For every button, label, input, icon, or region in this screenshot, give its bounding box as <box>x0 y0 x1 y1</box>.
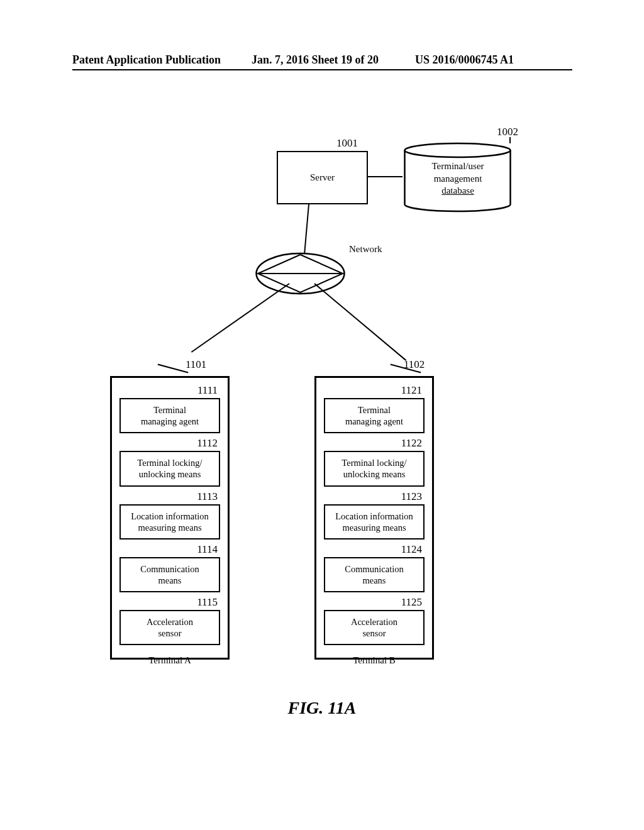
location-measuring-means-box: Location information measuring means <box>119 504 220 540</box>
header-date-sheet: Jan. 7, 2016 Sheet 19 of 20 <box>252 53 379 67</box>
svg-point-0 <box>405 143 511 157</box>
db-line2: management <box>434 174 482 184</box>
component-ref: 1114 <box>119 543 220 556</box>
server-reference-number: 1001 <box>336 137 358 150</box>
terminal-a-box: 1111 Terminal managing agent 1112 Termin… <box>110 376 230 660</box>
connector-network-terminal-b <box>314 283 406 361</box>
component-ref: 1123 <box>324 490 425 503</box>
header-publication-number: US 2016/0006745 A1 <box>415 53 514 67</box>
communication-means-box: Communication means <box>324 557 425 592</box>
connector-network-terminal-a <box>191 283 290 353</box>
db-line1: Terminal/user <box>431 161 484 171</box>
terminal-locking-means-box: Terminal locking/ unlocking means <box>119 451 220 486</box>
component-ref: 1111 <box>119 384 220 397</box>
communication-means-box: Communication means <box>119 557 220 592</box>
component-ref: 1113 <box>119 490 220 503</box>
component-ref: 1124 <box>324 543 425 556</box>
terminal-a-label: Terminal A <box>110 655 230 666</box>
acceleration-sensor-box: Acceleration sensor <box>324 610 425 645</box>
connector-server-database <box>368 176 402 177</box>
database-reference-number: 1002 <box>497 126 518 138</box>
component-ref: 1121 <box>324 384 425 397</box>
server-box: Server <box>277 151 368 204</box>
connector-server-network <box>304 204 309 253</box>
terminal-b-label: Terminal B <box>314 655 434 666</box>
terminal-managing-agent-box: Terminal managing agent <box>324 398 425 433</box>
network-label: Network <box>349 244 382 255</box>
server-label: Server <box>310 172 335 183</box>
db-line3: database <box>441 185 474 196</box>
terminal-a-reference-number: 1101 <box>186 358 206 371</box>
component-ref: 1115 <box>119 596 220 609</box>
acceleration-sensor-box: Acceleration sensor <box>119 610 220 645</box>
component-ref: 1112 <box>119 437 220 450</box>
location-measuring-means-box: Location information measuring means <box>324 504 425 540</box>
terminal-b-box: 1121 Terminal managing agent 1122 Termin… <box>314 376 434 660</box>
figure-title: FIG. 11A <box>0 698 644 718</box>
network-cloud-icon <box>255 252 346 296</box>
component-ref: 1122 <box>324 437 425 450</box>
header-publication-type: Patent Application Publication <box>72 53 221 67</box>
header-rule <box>72 69 572 70</box>
terminal-managing-agent-box: Terminal managing agent <box>119 398 220 433</box>
component-ref: 1125 <box>324 596 425 609</box>
terminal-locking-means-box: Terminal locking/ unlocking means <box>324 451 425 486</box>
terminal-a-ref-leader <box>158 364 189 374</box>
database-label: Terminal/user management database <box>408 160 508 197</box>
